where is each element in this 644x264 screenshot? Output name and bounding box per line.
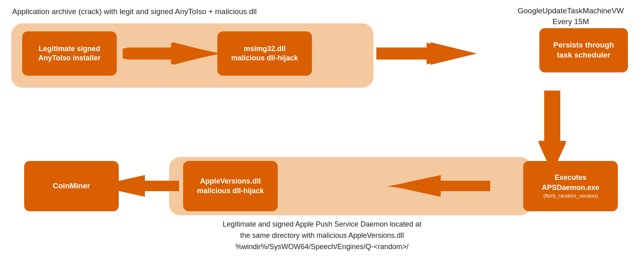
diagram: Application archive (crack) with legit a… <box>0 0 644 264</box>
btn-coinminer: CoinMiner <box>24 161 119 211</box>
bottom-note: Legitimate and signed Apple Push Service… <box>169 219 475 253</box>
btn-persists: Persists through task scheduler <box>539 28 628 72</box>
arrow3 <box>538 92 566 168</box>
top-right-label: GoogleUpdateTaskMachineVWEvery 15M <box>518 6 624 27</box>
btn-executes: Executes APSDaemon.exe (fb/rb_random_ver… <box>523 161 618 211</box>
btn-msimg: msimg32.dll malicious dll-hijack <box>217 31 312 76</box>
arrow-msimg-to-persists <box>376 42 477 65</box>
arrow2 <box>378 43 473 64</box>
btn-installer: Legitimate signed AnyToIso installer <box>22 31 117 76</box>
top-label: Application archive (crack) with legit a… <box>12 7 257 16</box>
btn-appleversions: AppleVersions.dll malicious dll-hijack <box>183 161 278 211</box>
